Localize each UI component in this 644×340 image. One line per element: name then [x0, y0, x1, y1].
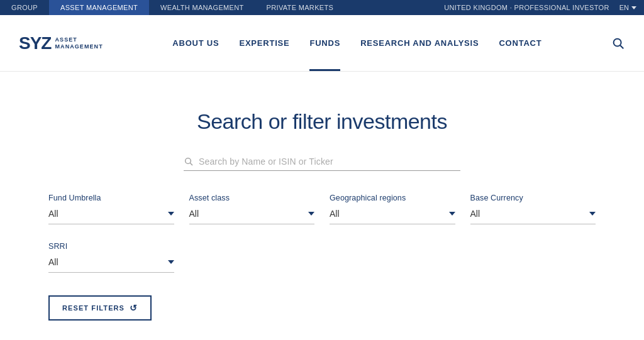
logo-sub-top: ASSET: [55, 36, 103, 43]
logo-syz: SYZ: [19, 35, 51, 52]
filters-row-1: Fund Umbrella All Asset class All Geogra…: [48, 194, 596, 224]
main-content: Search or filter investments Fund Umbrel…: [0, 72, 644, 340]
srri-value: All: [48, 257, 58, 267]
region-label: UNITED KINGDOM · PROFESSIONAL INVESTOR: [444, 4, 609, 11]
geo-regions-value: All: [330, 209, 340, 219]
topbar-wealth-management[interactable]: WEALTH MANAGEMENT: [149, 0, 255, 15]
srri-filter: SRRI All: [48, 242, 174, 273]
svg-line-1: [620, 45, 623, 48]
search-input-icon: [184, 156, 194, 167]
top-bar-right: UNITED KINGDOM · PROFESSIONAL INVESTOR E…: [444, 4, 644, 11]
asset-class-chevron-icon: [308, 212, 314, 216]
fund-umbrella-select[interactable]: All: [48, 206, 174, 224]
fund-umbrella-label: Fund Umbrella: [48, 194, 174, 202]
geo-regions-filter: Geographical regions All: [330, 194, 455, 224]
topbar-group[interactable]: GROUP: [0, 0, 49, 15]
reset-filters-button[interactable]: RESET FILTERS ↺: [48, 295, 152, 321]
nav-expertise[interactable]: EXPERTISE: [239, 15, 289, 71]
asset-class-select[interactable]: All: [189, 206, 315, 224]
geo-regions-label: Geographical regions: [330, 194, 455, 202]
svg-point-0: [614, 38, 621, 46]
filters-row-2: SRRI All: [48, 242, 596, 273]
topbar-private-markets[interactable]: PRIVATE MARKETS: [255, 0, 345, 15]
srri-label: SRRI: [48, 242, 174, 251]
nav-funds[interactable]: FUNDS: [309, 15, 340, 71]
nav-links: ABOUT US EXPERTISE FUNDS RESEARCH AND AN…: [172, 15, 541, 71]
main-nav: SYZ ASSET MANAGEMENT ABOUT US EXPERTISE …: [0, 15, 644, 72]
page-title: Search or filter investments: [25, 109, 619, 134]
srri-chevron-icon: [168, 260, 174, 264]
base-currency-select[interactable]: All: [470, 206, 596, 224]
base-currency-chevron-icon: [589, 212, 596, 216]
srri-select[interactable]: All: [48, 255, 174, 273]
lang-label: EN: [619, 4, 629, 11]
base-currency-label: Base Currency: [470, 194, 596, 202]
fund-umbrella-filter: Fund Umbrella All: [48, 194, 174, 224]
svg-point-2: [186, 158, 191, 164]
reset-filters-label: RESET FILTERS: [62, 304, 125, 312]
geo-regions-select[interactable]: All: [330, 206, 455, 224]
lang-chevron-icon: [631, 6, 636, 9]
logo-sub-bottom: MANAGEMENT: [55, 43, 103, 50]
search-input[interactable]: [199, 156, 460, 167]
search-bar: [184, 156, 460, 171]
asset-class-label: Asset class: [189, 194, 315, 202]
asset-class-value: All: [189, 209, 199, 219]
asset-class-filter: Asset class All: [189, 194, 315, 224]
fund-umbrella-value: All: [48, 209, 58, 219]
base-currency-value: All: [470, 209, 480, 219]
nav-research[interactable]: RESEARCH AND ANALYSIS: [360, 15, 479, 71]
base-currency-filter: Base Currency All: [470, 194, 596, 224]
geo-regions-chevron-icon: [449, 212, 455, 216]
topbar-asset-management[interactable]: ASSET MANAGEMENT: [49, 0, 149, 15]
nav-about-us[interactable]: ABOUT US: [172, 15, 219, 71]
top-bar-nav: GROUP ASSET MANAGEMENT WEALTH MANAGEMENT…: [0, 0, 345, 15]
nav-search-button[interactable]: [611, 36, 625, 50]
reset-btn-wrap: RESET FILTERS ↺: [48, 295, 596, 321]
lang-selector[interactable]: EN: [619, 4, 636, 11]
nav-contact[interactable]: CONTACT: [499, 15, 541, 71]
logo-sub: ASSET MANAGEMENT: [55, 36, 103, 50]
svg-line-3: [190, 163, 192, 165]
logo[interactable]: SYZ ASSET MANAGEMENT: [19, 35, 103, 52]
reset-icon: ↺: [130, 303, 138, 313]
fund-umbrella-chevron-icon: [168, 212, 174, 216]
search-icon: [611, 36, 625, 50]
top-bar: GROUP ASSET MANAGEMENT WEALTH MANAGEMENT…: [0, 0, 644, 15]
